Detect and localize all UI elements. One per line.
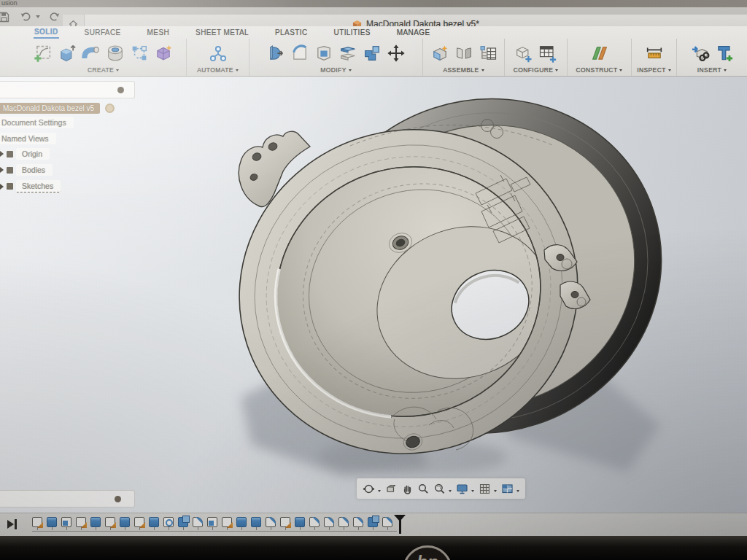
display-settings-icon[interactable] <box>455 482 468 495</box>
grid-display-icon[interactable] <box>478 482 491 495</box>
viewport-canvas[interactable]: MacDonald Dakota bezel v5 Document Setti… <box>0 77 747 536</box>
redo-icon[interactable] <box>47 9 63 24</box>
timeline-feature-fillet[interactable] <box>266 517 276 527</box>
timeline-feature-extrude[interactable] <box>251 517 261 527</box>
tab-mesh[interactable]: MESH <box>147 27 171 38</box>
hole-icon[interactable] <box>104 42 126 64</box>
split-body-icon[interactable] <box>337 42 359 64</box>
timeline-feature-combine[interactable] <box>178 517 188 527</box>
create-sketch-icon[interactable] <box>32 42 54 64</box>
tab-manage[interactable]: MANAGE <box>396 27 431 38</box>
expand-arrow-icon[interactable] <box>0 184 4 190</box>
automate-icon[interactable] <box>207 42 229 64</box>
group-label-assemble[interactable]: ASSEMBLE <box>443 66 484 74</box>
tab-plastic[interactable]: PLASTIC <box>274 27 308 38</box>
tab-utilities[interactable]: UTILITIES <box>333 27 371 38</box>
browser-footer-bar[interactable] <box>0 490 135 508</box>
timeline-feature-fillet[interactable] <box>338 517 349 527</box>
browser-root-item[interactable]: MacDonald Dakota bezel v5 <box>0 103 115 114</box>
tab-solid[interactable]: SOLID <box>34 26 59 39</box>
timeline-feature-shell[interactable] <box>163 517 174 527</box>
grid-display-dropdown-icon[interactable] <box>494 490 497 492</box>
timeline-feature-fillet[interactable] <box>309 517 320 527</box>
mesh-generate-icon[interactable] <box>152 42 174 64</box>
joint-icon[interactable] <box>453 42 475 64</box>
zoom-window-dropdown-icon[interactable] <box>449 490 452 492</box>
viewports-dropdown-icon[interactable] <box>516 490 519 492</box>
timeline-feature-extrude[interactable] <box>120 517 130 527</box>
visibility-toggle-icon[interactable] <box>105 104 115 113</box>
timeline-feature-sketch[interactable] <box>222 517 232 527</box>
timeline-feature-fillet[interactable] <box>382 517 392 527</box>
group-label-configure[interactable]: CONFIGURE <box>514 66 559 74</box>
combine-icon[interactable] <box>361 42 383 64</box>
timeline-feature-extrude[interactable] <box>90 517 101 527</box>
browser-header-handle-icon[interactable] <box>117 87 124 93</box>
timeline-feature-sketch[interactable] <box>134 517 144 527</box>
undo-icon[interactable] <box>18 9 34 24</box>
timeline-feature-sketch[interactable] <box>76 517 86 527</box>
zoom-icon[interactable] <box>417 482 430 495</box>
timeline-feature-sketch[interactable] <box>32 517 42 527</box>
new-component-icon[interactable] <box>429 42 451 64</box>
configuration-table-icon[interactable] <box>537 42 559 64</box>
insert-fastener-icon[interactable] <box>713 42 735 64</box>
timeline-feature-fillet[interactable] <box>193 517 203 527</box>
pan-icon[interactable] <box>400 482 414 495</box>
tab-surface[interactable]: SURFACE <box>84 27 122 38</box>
mesh-brep-icon[interactable] <box>128 42 150 64</box>
construction-planes-icon[interactable] <box>589 42 611 64</box>
measure-icon[interactable] <box>643 42 665 64</box>
group-label-construct[interactable]: CONSTRUCT <box>576 66 623 74</box>
viewports-icon[interactable] <box>500 482 514 495</box>
tab-sheet-metal[interactable]: SHEET METAL <box>195 27 249 38</box>
group-label-modify[interactable]: MODIFY <box>320 66 351 74</box>
browser-item-origin[interactable]: Origin <box>0 148 50 160</box>
configuration-icon[interactable] <box>513 42 535 64</box>
timeline-playhead[interactable] <box>394 515 406 535</box>
browser-item-named-views[interactable]: Named Views <box>0 133 56 144</box>
undo-dropdown-icon[interactable] <box>36 15 40 18</box>
expand-arrow-icon[interactable] <box>0 167 4 173</box>
timeline-feature-extrude[interactable] <box>236 517 247 527</box>
display-settings-dropdown-icon[interactable] <box>471 490 474 492</box>
browser-panel: MacDonald Dakota bezel v5 Document Setti… <box>0 77 153 536</box>
fillet-icon[interactable] <box>289 42 311 64</box>
extrude-icon[interactable] <box>56 42 78 64</box>
look-at-icon[interactable] <box>384 482 398 495</box>
browser-footer-handle-icon[interactable] <box>115 496 121 502</box>
timeline-feature-sketch[interactable] <box>280 517 290 527</box>
browser-item-sketches[interactable]: Sketches <box>0 180 61 192</box>
browser-header-bar[interactable] <box>0 81 135 98</box>
timeline-feature-sketch[interactable] <box>105 517 115 527</box>
move-icon[interactable] <box>385 42 407 64</box>
zoom-window-icon[interactable] <box>433 482 446 495</box>
timeline-feature-extrude[interactable] <box>149 517 159 527</box>
save-icon[interactable] <box>0 9 12 24</box>
expand-arrow-icon[interactable] <box>0 151 4 157</box>
group-label-automate[interactable]: AUTOMATE <box>197 66 239 74</box>
timeline-feature-fillet[interactable] <box>324 517 334 527</box>
timeline-feature-combine[interactable] <box>368 517 378 527</box>
shell-icon[interactable] <box>313 42 335 64</box>
insert-derive-icon[interactable] <box>689 42 711 64</box>
orbit-icon[interactable] <box>362 482 375 495</box>
timeline-feature-fillet[interactable] <box>353 517 363 527</box>
browser-item-bodies[interactable]: Bodies <box>0 164 53 176</box>
ribbon-group-configure: CONFIGURE <box>505 39 568 76</box>
timeline-feature-extrude-cut[interactable] <box>61 517 71 527</box>
bodies-folder-icon <box>7 167 13 174</box>
ribbon-tabs: SOLID SURFACE MESH SHEET METAL PLASTIC U… <box>0 26 747 39</box>
bom-icon[interactable] <box>477 42 499 64</box>
press-pull-icon[interactable] <box>265 42 287 64</box>
timeline-feature-extrude-cut[interactable] <box>207 517 217 527</box>
timeline-feature-extrude[interactable] <box>47 517 57 527</box>
timeline-skip-end-icon[interactable] <box>7 519 19 529</box>
group-label-create[interactable]: CREATE <box>88 66 119 74</box>
group-label-inspect[interactable]: INSPECT <box>637 66 671 74</box>
sweep-icon[interactable] <box>80 42 102 64</box>
browser-item-document-settings[interactable]: Document Settings <box>0 117 74 128</box>
timeline-feature-extrude[interactable] <box>295 517 305 527</box>
orbit-dropdown-icon[interactable] <box>378 490 381 492</box>
group-label-insert[interactable]: INSERT <box>697 66 727 74</box>
